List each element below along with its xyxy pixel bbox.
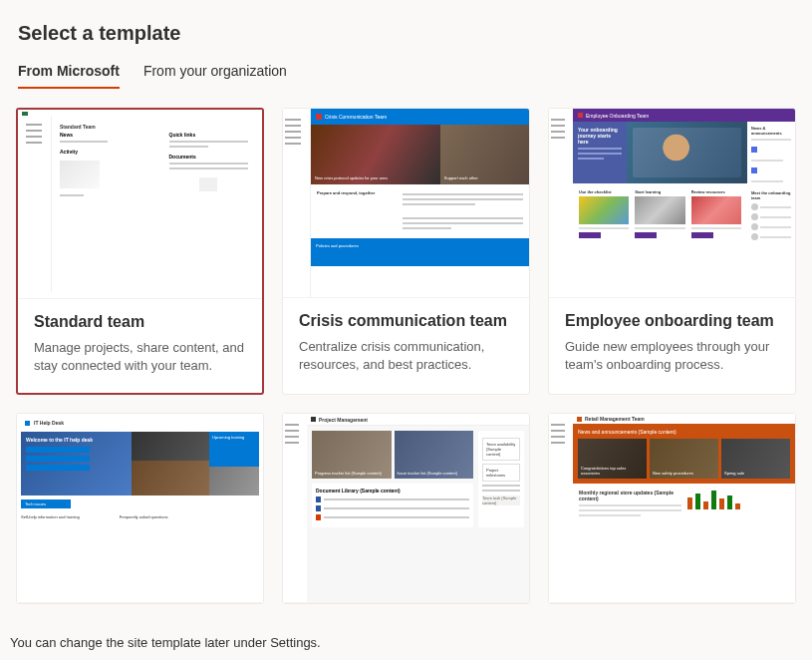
- template-title: Crisis communication team: [299, 312, 513, 330]
- template-card-standard-team[interactable]: Standard Team News Activity Quick links …: [16, 108, 264, 395]
- template-card-employee-onboarding[interactable]: Employee Onboarding Team Your onboarding…: [548, 108, 796, 395]
- template-thumbnail: IT Help Desk Welcome to the IT help desk…: [17, 414, 263, 603]
- template-card-crisis-communication[interactable]: Crisis Communication Team New crisis pro…: [282, 108, 530, 395]
- tabs-bar: From Microsoft From your organization: [0, 63, 812, 90]
- template-description: Manage projects, share content, and stay…: [34, 339, 246, 375]
- template-card-project-management[interactable]: Project Management Progress tracker list…: [282, 413, 530, 604]
- template-card-retail-management[interactable]: Retail Management Team News and announce…: [548, 413, 796, 604]
- tab-from-organization[interactable]: From your organization: [143, 63, 287, 89]
- template-thumbnail: Standard Team News Activity Quick links …: [18, 110, 262, 299]
- template-title: Employee onboarding team: [565, 312, 779, 330]
- page-title: Select a template: [0, 0, 812, 63]
- template-description: Guide new employees through your team's …: [565, 338, 779, 374]
- footer-note: You can change the site template later u…: [10, 635, 321, 650]
- template-thumbnail: Retail Management Team News and announce…: [549, 414, 795, 603]
- template-card-it-help-desk[interactable]: IT Help Desk Welcome to the IT help desk…: [16, 413, 264, 604]
- template-grid: Standard Team News Activity Quick links …: [0, 90, 812, 622]
- template-title: Standard team: [34, 313, 246, 331]
- template-thumbnail: Employee Onboarding Team Your onboarding…: [549, 109, 795, 298]
- template-thumbnail: Crisis Communication Team New crisis pro…: [283, 109, 529, 298]
- template-thumbnail: Project Management Progress tracker list…: [283, 414, 529, 603]
- tab-from-microsoft[interactable]: From Microsoft: [18, 63, 120, 89]
- template-description: Centralize crisis communication, resourc…: [299, 338, 513, 374]
